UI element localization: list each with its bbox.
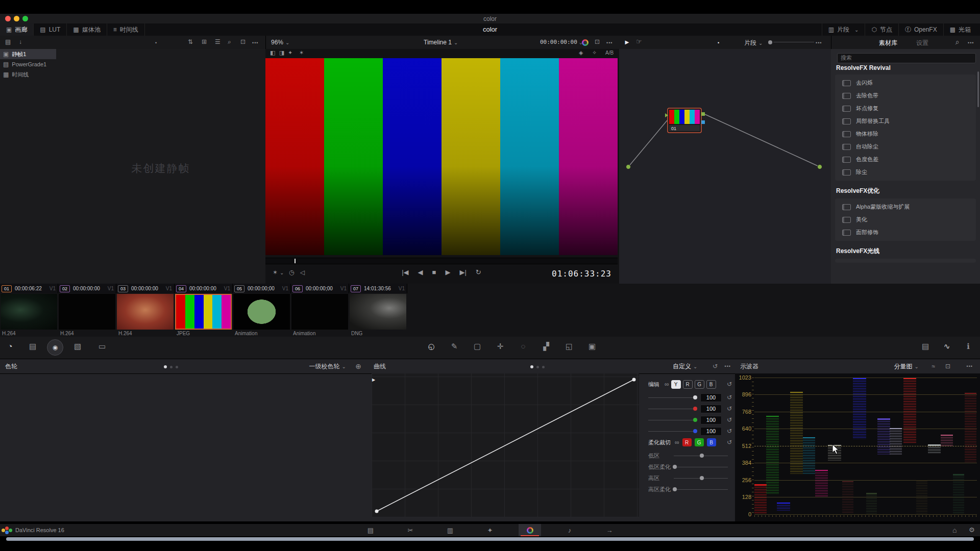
scope-expand-icon[interactable]: ⊡ bbox=[945, 363, 950, 369]
slider-knob[interactable] bbox=[700, 454, 704, 458]
node-rgb-output[interactable] bbox=[701, 112, 705, 116]
import-still-icon[interactable]: ↓ bbox=[19, 39, 22, 45]
slider-track[interactable] bbox=[674, 489, 728, 490]
color-page-icon[interactable] bbox=[519, 524, 541, 536]
clip-thumbnail[interactable] bbox=[233, 294, 290, 330]
key-palette-icon[interactable]: ▞ bbox=[540, 342, 552, 351]
link-icon[interactable]: ∞ bbox=[665, 381, 669, 387]
fx-item[interactable]: 自动除尘 bbox=[835, 140, 976, 153]
slider-track[interactable] bbox=[648, 409, 695, 409]
clip-header[interactable]: 07 14:01:30:56 V1 bbox=[349, 284, 407, 293]
reset-icon[interactable]: ↺ bbox=[727, 428, 732, 435]
slider-value[interactable]: 100 bbox=[700, 416, 722, 424]
wheels-mode-selector[interactable]: 一级校色轮⌄ bbox=[309, 362, 346, 371]
gallery-album-stills[interactable]: ▣静帧1 bbox=[0, 49, 56, 59]
image-wipe-icon[interactable]: ◧ bbox=[270, 50, 275, 56]
split-wipe-icon[interactable]: ◨ bbox=[279, 50, 284, 56]
curve-graph[interactable]: ▶ bbox=[372, 373, 639, 517]
scope-settings-icon[interactable]: ≈ bbox=[932, 363, 935, 369]
edit-page-icon[interactable]: ▥ bbox=[439, 524, 461, 536]
color-match-palette-icon[interactable]: ▧ bbox=[71, 342, 84, 351]
fx-item[interactable]: 去闪烁 bbox=[835, 77, 976, 89]
scope-options-icon[interactable]: ••• bbox=[967, 364, 973, 369]
fx-scrollbar[interactable] bbox=[977, 71, 979, 107]
stop-button[interactable]: ■ bbox=[432, 268, 436, 276]
timeline-clip[interactable]: 07 14:01:30:56 V1 DNG bbox=[349, 284, 407, 337]
list-view-icon[interactable]: ☰ bbox=[215, 39, 220, 45]
slider-knob[interactable] bbox=[700, 476, 704, 480]
window-palette-icon[interactable]: ▢ bbox=[471, 342, 483, 351]
fx-item[interactable]: Alpha蒙版收缩与扩展 bbox=[835, 201, 976, 213]
reset-icon[interactable]: ↺ bbox=[727, 439, 732, 446]
jump-end-button[interactable]: ▶| bbox=[459, 268, 466, 276]
blur-palette-icon[interactable]: ◌ bbox=[517, 342, 529, 350]
slider-track[interactable] bbox=[648, 420, 695, 420]
tab-nodes[interactable]: ⬡节点 bbox=[865, 23, 898, 36]
still-album-icon[interactable]: ▤ bbox=[5, 39, 11, 45]
curve-left-marker[interactable]: ▶ bbox=[372, 378, 375, 382]
play-button[interactable]: ▶ bbox=[445, 268, 450, 276]
source-node-port[interactable] bbox=[626, 165, 631, 169]
softclip-r-button[interactable]: R bbox=[682, 438, 692, 446]
highlight-icon[interactable]: ✦ bbox=[288, 50, 292, 56]
gallery-album-timelines[interactable]: ▦时间线 bbox=[0, 69, 56, 80]
slider-track[interactable] bbox=[674, 456, 728, 456]
fairlight-page-icon[interactable]: ♪ bbox=[558, 524, 581, 536]
viewer-options-icon[interactable]: ••• bbox=[606, 40, 612, 45]
raw-palette-icon[interactable]: ▤ bbox=[27, 342, 39, 351]
scope-mode-selector[interactable]: 分量图⌄ bbox=[894, 362, 919, 371]
info-panel-icon[interactable]: ℹ bbox=[962, 342, 974, 351]
color-wheels-palette-icon[interactable]: ◔ bbox=[4, 342, 16, 350]
slider-value[interactable]: 100 bbox=[700, 393, 722, 402]
grade-wand-icon[interactable]: ✶⌄ bbox=[273, 269, 284, 276]
clip-header[interactable]: 03 00:00:00:00 V1 bbox=[116, 284, 175, 293]
fx-options-icon[interactable]: ••• bbox=[968, 40, 974, 45]
keyframes-panel-icon[interactable]: ▤ bbox=[919, 342, 932, 351]
qualifier-palette-icon[interactable]: ✎ bbox=[448, 342, 460, 351]
node-options-icon[interactable]: ••• bbox=[816, 40, 822, 45]
stills-grab-button[interactable]: ◉ bbox=[47, 339, 63, 356]
slider-track[interactable] bbox=[674, 467, 728, 467]
softclip-b-button[interactable]: B bbox=[707, 438, 716, 446]
enhanced-viewer-icon[interactable]: ⊡ bbox=[595, 39, 600, 45]
clip-thumbnail[interactable] bbox=[1, 294, 57, 330]
slider-track[interactable] bbox=[674, 478, 728, 479]
tracker-overlay-icon[interactable]: ◈ bbox=[579, 50, 583, 56]
node-zoom-slider[interactable] bbox=[773, 42, 814, 42]
channel-b-button[interactable]: B bbox=[706, 380, 716, 389]
media-page-icon[interactable]: ▤ bbox=[359, 524, 382, 536]
fx-item[interactable]: 物体移除 bbox=[835, 128, 976, 140]
timeline-clip[interactable]: 02 00:00:00:00 V1 H.264 bbox=[58, 284, 116, 337]
clip-header[interactable]: 05 00:00:00;00 V1 bbox=[233, 284, 291, 293]
tab-fx-settings[interactable]: 设置 bbox=[916, 39, 928, 47]
timeline-clip[interactable]: 05 00:00:00;00 V1 Animation bbox=[233, 284, 291, 337]
settings-gear-icon[interactable]: ⚙ bbox=[969, 527, 975, 533]
node-key-output[interactable] bbox=[701, 120, 705, 124]
timer-icon[interactable]: ◷ bbox=[289, 269, 294, 276]
channel-g-button[interactable]: G bbox=[695, 380, 704, 389]
loop-button[interactable]: ↻ bbox=[476, 268, 481, 276]
viewer-zoom-level[interactable]: 96%⌄ bbox=[271, 39, 289, 46]
deliver-page-icon[interactable]: → bbox=[598, 524, 621, 536]
reset-icon[interactable]: ↺ bbox=[727, 394, 732, 401]
stereo3d-palette-icon[interactable]: ▣ bbox=[586, 342, 598, 351]
viewer-timecode-field[interactable]: 00:00:00:00⌄ bbox=[540, 39, 582, 45]
wheels-page-dots[interactable] bbox=[162, 363, 180, 370]
search-icon[interactable]: ⌕ bbox=[228, 39, 231, 45]
fx-item[interactable]: 美化 bbox=[835, 213, 976, 226]
waveform-parade-scope[interactable]: 10238967686405123842561280 bbox=[735, 373, 980, 521]
clip-thumbnail[interactable] bbox=[291, 294, 348, 330]
gallery-album-powergrade[interactable]: ▤PowerGrade1 bbox=[0, 59, 56, 69]
sort-icon[interactable]: ⇅ bbox=[188, 39, 193, 45]
fx-search-icon[interactable]: ⌕ bbox=[955, 38, 960, 45]
magic-wand-icon[interactable]: ✶ bbox=[299, 50, 304, 56]
grade-indicator-icon[interactable] bbox=[582, 39, 589, 46]
slider-track[interactable] bbox=[648, 431, 695, 432]
timeline-clip[interactable]: 03 00:00:00:00 V1 H.264 bbox=[116, 284, 175, 337]
node-zoom-slider-knob[interactable] bbox=[768, 40, 772, 44]
clip-info-palette-icon[interactable]: ▭ bbox=[96, 342, 108, 351]
arrow-tool-icon[interactable]: ► bbox=[624, 38, 630, 46]
fx-item[interactable]: 局部替换工具 bbox=[835, 115, 976, 128]
reset-icon[interactable]: ↺ bbox=[713, 363, 718, 370]
reset-icon[interactable]: ↺ bbox=[727, 416, 732, 423]
